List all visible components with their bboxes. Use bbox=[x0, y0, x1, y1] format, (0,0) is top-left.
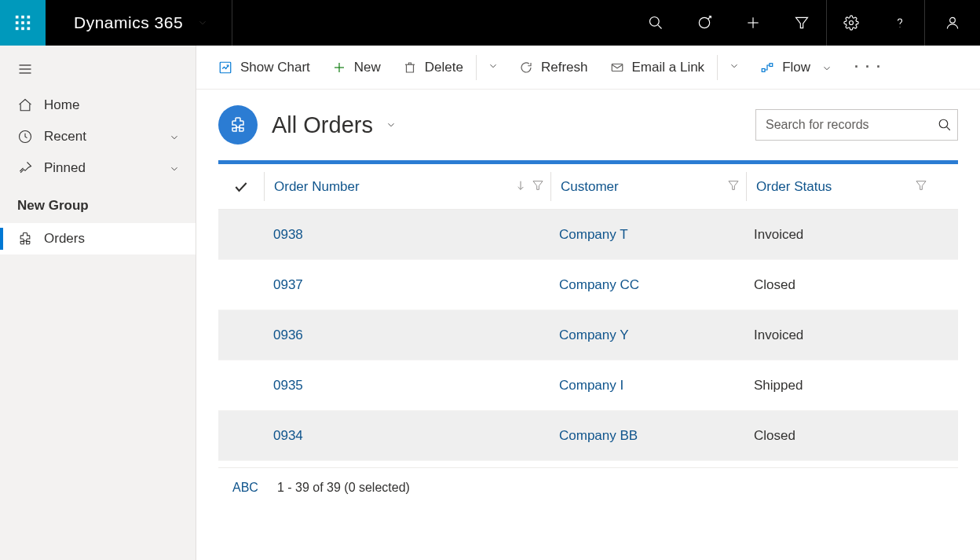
task-flow-button[interactable] bbox=[680, 0, 729, 46]
funnel-icon bbox=[794, 15, 810, 31]
puzzle-icon bbox=[229, 115, 247, 134]
global-search-button[interactable] bbox=[631, 0, 680, 46]
search-button[interactable] bbox=[932, 118, 957, 132]
svg-rect-0 bbox=[16, 16, 19, 19]
cell-customer[interactable]: Company BB bbox=[550, 428, 744, 444]
delete-button[interactable]: Delete bbox=[392, 55, 474, 80]
search-icon bbox=[648, 15, 664, 31]
column-filter-button[interactable] bbox=[915, 179, 927, 195]
svg-point-18 bbox=[950, 17, 956, 23]
cell-customer[interactable]: Company Y bbox=[550, 328, 744, 343]
pin-icon bbox=[17, 160, 33, 176]
sidebar-item-recent[interactable]: Recent bbox=[0, 121, 196, 152]
sidebar-item-label: Orders bbox=[44, 231, 85, 247]
chevron-down-icon bbox=[169, 163, 180, 174]
sidebar-item-pinned[interactable]: Pinned bbox=[0, 152, 196, 184]
brand-dropdown[interactable]: Dynamics 365 bbox=[46, 0, 232, 46]
table-row[interactable]: 0936 Company Y Invoiced bbox=[218, 310, 958, 361]
menu-icon bbox=[17, 61, 33, 77]
new-button[interactable]: New bbox=[321, 55, 392, 80]
command-label: Flow bbox=[782, 60, 810, 75]
flow-button[interactable]: Flow bbox=[749, 55, 843, 80]
quick-create-button[interactable] bbox=[729, 0, 777, 46]
cell-status: Closed bbox=[744, 277, 931, 293]
alphabet-filter-button[interactable]: ABC bbox=[232, 481, 258, 495]
funnel-icon bbox=[915, 179, 927, 192]
trash-icon bbox=[403, 60, 417, 75]
svg-line-10 bbox=[658, 25, 662, 29]
table-row[interactable]: 0935 Company I Shipped bbox=[218, 361, 958, 411]
view-selector-button[interactable] bbox=[386, 119, 397, 130]
table-row[interactable]: 0937 Company CC Closed bbox=[218, 260, 958, 310]
column-header-order-status[interactable]: Order Status bbox=[747, 164, 934, 209]
cell-order-number[interactable]: 0936 bbox=[264, 328, 550, 343]
column-header-customer[interactable]: Customer bbox=[551, 164, 746, 209]
svg-rect-5 bbox=[27, 21, 31, 24]
table-row[interactable]: 0938 Company T Invoiced bbox=[218, 210, 958, 260]
help-button[interactable] bbox=[876, 0, 924, 46]
grid-body[interactable]: 0938 Company T Invoiced 0937 Company CC … bbox=[218, 210, 958, 467]
column-header-label: Order Status bbox=[747, 179, 832, 195]
sort-desc-icon bbox=[514, 179, 527, 195]
svg-point-11 bbox=[699, 17, 709, 27]
column-filter-button[interactable] bbox=[532, 179, 544, 195]
top-bar: Dynamics 365 bbox=[0, 0, 980, 46]
svg-rect-1 bbox=[21, 16, 24, 19]
select-all-toggle[interactable] bbox=[218, 164, 264, 209]
more-commands-button[interactable]: · · · bbox=[843, 54, 893, 80]
refresh-button[interactable]: Refresh bbox=[508, 55, 599, 80]
waffle-icon bbox=[14, 14, 31, 31]
chart-icon bbox=[218, 60, 232, 75]
search-box[interactable] bbox=[755, 109, 958, 141]
sidebar-item-orders[interactable]: Orders bbox=[0, 223, 196, 254]
main-content: Show Chart New Delete Refresh Email a Li… bbox=[196, 46, 980, 560]
svg-rect-7 bbox=[21, 27, 24, 31]
delete-split-button[interactable] bbox=[478, 56, 508, 79]
grid: Order Number Customer Order Status bbox=[196, 160, 980, 560]
table-row[interactable] bbox=[218, 461, 958, 467]
svg-marker-35 bbox=[916, 181, 926, 189]
search-input[interactable] bbox=[756, 110, 932, 140]
settings-button[interactable] bbox=[827, 0, 876, 46]
column-header-label: Customer bbox=[551, 179, 619, 195]
clock-icon bbox=[17, 129, 33, 145]
cell-customer[interactable]: Company CC bbox=[550, 277, 744, 293]
svg-rect-3 bbox=[16, 21, 19, 24]
gear-icon bbox=[843, 15, 859, 31]
ellipsis-icon: · · · bbox=[854, 59, 882, 75]
svg-rect-27 bbox=[612, 64, 623, 71]
sidebar-item-label: Home bbox=[44, 97, 79, 113]
sidebar-toggle-button[interactable] bbox=[0, 49, 196, 90]
column-header-order-number[interactable]: Order Number bbox=[265, 164, 550, 209]
svg-rect-2 bbox=[27, 16, 31, 19]
column-filter-button[interactable] bbox=[727, 179, 740, 195]
svg-rect-28 bbox=[762, 68, 765, 71]
command-label: New bbox=[354, 60, 381, 75]
app-launcher-button[interactable] bbox=[0, 0, 46, 46]
command-label: Email a Link bbox=[632, 60, 705, 75]
account-button[interactable] bbox=[925, 0, 980, 46]
cell-status: Closed bbox=[744, 428, 931, 444]
sidebar: Home Recent Pinned New Group Orders bbox=[0, 46, 196, 560]
cell-order-number[interactable]: 0937 bbox=[264, 277, 550, 293]
funnel-icon bbox=[532, 179, 544, 192]
show-chart-button[interactable]: Show Chart bbox=[207, 55, 321, 80]
sidebar-group-header: New Group bbox=[0, 184, 196, 223]
cell-customer[interactable]: Company T bbox=[550, 227, 744, 243]
home-icon bbox=[17, 97, 33, 113]
email-link-split-button[interactable] bbox=[719, 56, 749, 79]
cell-status: Invoiced bbox=[744, 328, 931, 343]
cell-customer[interactable]: Company I bbox=[550, 378, 744, 393]
advanced-filter-button[interactable] bbox=[777, 0, 826, 46]
cell-order-number[interactable]: 0938 bbox=[264, 227, 550, 243]
cell-order-number[interactable]: 0935 bbox=[264, 378, 550, 393]
flow-icon bbox=[760, 60, 774, 75]
brand-label: Dynamics 365 bbox=[74, 13, 183, 32]
chevron-down-icon bbox=[488, 60, 499, 74]
table-row[interactable]: 0934 Company BB Closed bbox=[218, 411, 958, 461]
chevron-down-icon bbox=[729, 60, 740, 74]
sidebar-item-home[interactable]: Home bbox=[0, 90, 196, 121]
cell-order-number[interactable]: 0934 bbox=[264, 428, 550, 444]
cell-status: Invoiced bbox=[744, 227, 931, 243]
email-link-button[interactable]: Email a Link bbox=[599, 55, 716, 80]
